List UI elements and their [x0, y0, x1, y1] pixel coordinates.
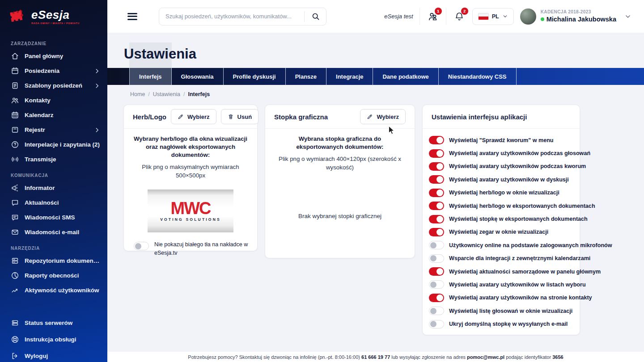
contacts-button[interactable]: 1	[426, 10, 440, 23]
toggle-switch[interactable]	[429, 162, 444, 171]
sidebar-item[interactable]: Aktualności	[0, 195, 107, 210]
toggle-switch[interactable]	[429, 136, 444, 144]
sidebar-item[interactable]: Rejestr	[0, 122, 107, 137]
brand-name: eSesja	[31, 9, 80, 21]
setting-toggle-row[interactable]: Wsparcie dla integracji z zewnętrznymi k…	[429, 252, 573, 265]
search-input[interactable]	[159, 13, 304, 20]
setting-toggle-row[interactable]: Wyświetlaj avatary użytkowników w listac…	[429, 278, 573, 291]
toggle-switch[interactable]	[429, 320, 444, 328]
user-name: Michalina Jakubowska	[547, 15, 616, 23]
setting-toggle-row[interactable]: Wyświetlaj herb/logo w eksportowanych do…	[429, 199, 573, 212]
sidebar-item[interactable]: Aktywność użytkowników	[0, 283, 107, 298]
user-menu[interactable]: KADENCJA 2018-2023 Michalina Jakubowska	[520, 8, 631, 25]
notifications-button[interactable]: 2	[453, 10, 466, 23]
toggle-switch[interactable]	[429, 215, 444, 223]
menu-toggle-button[interactable]	[127, 13, 137, 20]
setting-toggle-row[interactable]: Wyświetlaj stopkę w eksportowanych dokum…	[429, 212, 573, 225]
setting-toggle-row[interactable]: Wyświetlaj avatary użytkowników na stron…	[429, 291, 573, 304]
sidebar-item[interactable]: Kalendarz	[0, 108, 107, 122]
setting-toggle-row[interactable]: Wyświetlaj listę głosowań w oknie wizual…	[429, 304, 573, 317]
tab[interactable]: Integracje	[326, 68, 373, 85]
sidebar-item[interactable]: Kontakty	[0, 93, 107, 108]
choose-footer-button[interactable]: Wybierz	[360, 109, 406, 124]
chevron-right-icon	[94, 68, 100, 74]
trash-icon	[228, 114, 234, 120]
help-email: pomoc@mwc.pl	[467, 354, 504, 360]
topbar-right: eSesja test 1 2 PL	[384, 8, 631, 25]
breadcrumb-separator: /	[148, 91, 149, 97]
sidebar: eSesja RADA GMINY / MIASTA / POWIATU ZAR…	[0, 0, 107, 362]
toggle-switch[interactable]	[429, 267, 444, 276]
setting-toggle-row[interactable]: Użytkownicy online na podstawie zalogowa…	[429, 239, 573, 252]
sidebar-item[interactable]: Szablony posiedzeń	[0, 78, 107, 93]
setting-toggle-row[interactable]: Wyświetlaj zegar w oknie wizualizacji	[429, 226, 573, 239]
choose-logo-button[interactable]: Wybierz	[171, 109, 216, 124]
tab[interactable]: Głosowania	[172, 68, 224, 85]
sidebar-item[interactable]: Raporty obecności	[0, 268, 107, 283]
toggle-switch[interactable]	[429, 202, 444, 210]
toggle-switch[interactable]	[429, 149, 444, 158]
toggle-switch[interactable]	[429, 254, 444, 263]
card-title: Ustawienia interfejsu aplikacji	[432, 113, 527, 121]
sidebar-item[interactable]: Interpelacje i zapytania (2)	[0, 137, 107, 152]
setting-toggle-row[interactable]: Wyświetlaj herb/logo w oknie wizualizacj…	[429, 186, 573, 199]
toggle-switch[interactable]	[429, 280, 444, 289]
language-selector[interactable]: PL	[472, 8, 514, 25]
white-background-toggle[interactable]	[134, 242, 149, 250]
toggle-switch[interactable]	[429, 241, 444, 249]
sidebar-item[interactable]: Instrukcja obsługi	[0, 331, 107, 348]
chevron-down-icon	[624, 13, 631, 20]
tab[interactable]: Dane podatkowe	[373, 68, 438, 85]
language-code: PL	[492, 13, 499, 20]
breadcrumb-link[interactable]: Ustawienia	[153, 91, 180, 97]
sidebar-item[interactable]: Wiadomości SMS	[0, 210, 107, 225]
sidebar-item[interactable]: Repozytorium dokumentów	[0, 253, 107, 268]
search-icon[interactable]	[305, 8, 326, 25]
sidebar-item[interactable]: Informator	[0, 181, 107, 195]
sidebar-nav: ZARZĄDZANIE Panel główny Posiedzenia	[0, 31, 107, 298]
sidebar-item[interactable]: Wiadomości e-mail	[0, 225, 107, 240]
toggle-switch[interactable]	[429, 189, 444, 197]
interface-settings-card: Ustawienia interfejsu aplikacji Wyświetl…	[422, 105, 580, 335]
toggle-switch[interactable]	[429, 228, 444, 236]
setting-toggle-row[interactable]: Wyświetlaj avatary użytkowników podczas …	[429, 147, 573, 160]
sidebar-item-icon	[11, 228, 19, 236]
breadcrumb: Home / Ustawienia / Interfejs	[124, 91, 210, 97]
help-client-id: 3656	[552, 354, 563, 360]
breadcrumb-link[interactable]: Interfejs	[188, 91, 210, 97]
brand-logo[interactable]: eSesja RADA GMINY / MIASTA / POWIATU	[0, 0, 107, 31]
sidebar-item[interactable]: Status serwerów	[0, 315, 107, 331]
setting-toggle-row[interactable]: Wyświetlaj "Sprawdź kworum" w menu	[429, 134, 573, 147]
toggle-switch[interactable]	[429, 175, 444, 184]
card-title: Herb/Logo	[133, 113, 166, 121]
toggle-switch[interactable]	[429, 307, 444, 315]
card-title: Stopka graficzna	[274, 113, 328, 121]
divider	[419, 8, 420, 25]
tab[interactable]: Profile dyskusji	[224, 68, 286, 85]
delete-logo-button[interactable]: Usuń	[221, 109, 259, 124]
setting-toggle-row[interactable]: Wyświetlaj avatary użytkowników w dyskus…	[429, 173, 573, 186]
cards-row: Herb/Logo Wybierz Usuń Wybrany herb/logo…	[123, 105, 580, 335]
sidebar-item[interactable]: Transmisje	[0, 152, 107, 167]
tab[interactable]: Niestandardowy CSS	[439, 68, 517, 85]
sidebar-item[interactable]: Wyloguj	[0, 348, 107, 362]
setting-toggle-row[interactable]: Wyświetlaj aktualności samorządowe w pan…	[429, 265, 573, 278]
toggle-switch[interactable]	[429, 294, 444, 302]
footer-size-hint: Plik png o wymiarach 400×120px (szerokoś…	[275, 155, 405, 172]
sidebar-item[interactable]: Panel główny	[0, 49, 107, 63]
poland-flag-icon	[478, 13, 489, 20]
pencil-icon	[367, 114, 373, 120]
pencil-icon	[178, 114, 184, 120]
setting-toggle-row[interactable]: Wyświetlaj avatary użytkowników podczas …	[429, 160, 573, 173]
breadcrumb-link[interactable]: Home	[130, 91, 145, 97]
topbar: eSesja test 1 2 PL	[107, 0, 644, 33]
tab[interactable]: Interfejs	[130, 68, 172, 85]
sidebar-section-label: NARZĘDZIA	[0, 240, 107, 253]
sidebar-item[interactable]: Posiedzenia	[0, 63, 107, 78]
help-footer: Potrzebujesz pomocy? Skontaktuj się dzwo…	[107, 352, 644, 362]
avatar	[520, 8, 536, 25]
settings-tabs: Interfejs Głosowania Profile dyskusji Pl…	[107, 68, 644, 85]
setting-toggle-row[interactable]: Ukryj domyślną stopkę w wysyłanych e-mai…	[429, 317, 573, 330]
tab[interactable]: Plansze	[286, 68, 326, 85]
toggle-label: Nie pokazuj białego tła na nakładce w eS…	[154, 240, 249, 257]
